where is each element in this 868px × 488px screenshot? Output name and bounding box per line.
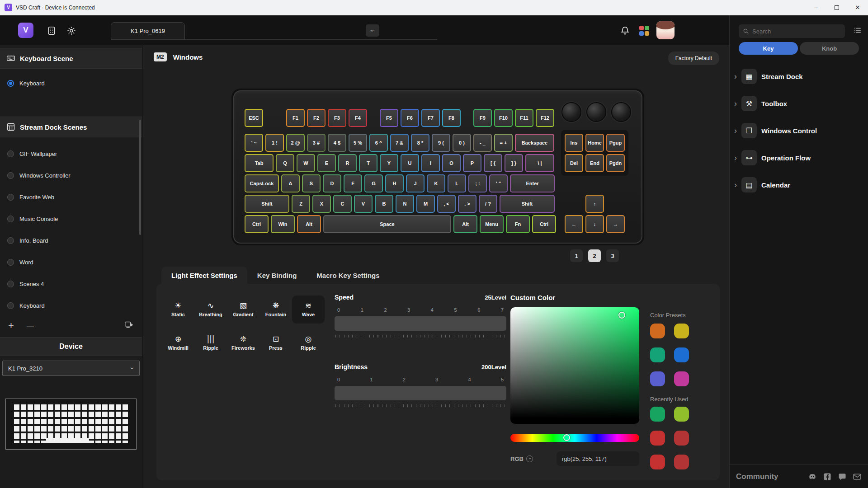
keyboard-key[interactable]: / ? xyxy=(479,195,497,213)
effect-option[interactable]: ∿ Breathing xyxy=(194,296,227,324)
scene-export-button[interactable] xyxy=(124,320,134,332)
keyboard-key[interactable]: T xyxy=(359,154,377,172)
keyboard-key[interactable]: G xyxy=(364,174,383,192)
effect-option[interactable]: ◎ Ripple xyxy=(292,329,325,357)
keyboard-key[interactable]: F3 xyxy=(328,109,346,127)
keyboard-key[interactable]: Z xyxy=(292,195,310,213)
keyboard-key[interactable]: = + xyxy=(494,134,513,152)
keyboard-key[interactable]: F2 xyxy=(307,109,326,127)
color-swatch[interactable] xyxy=(650,371,665,386)
device-tab[interactable]: K1 Pro_0619 xyxy=(111,22,185,39)
keyboard-key[interactable]: 3 # xyxy=(307,134,326,152)
keyboard-key[interactable]: Ctrl xyxy=(532,215,556,233)
profile-badge[interactable]: M2 xyxy=(154,52,167,61)
list-view-button[interactable] xyxy=(854,26,862,36)
rgb-mode-selector[interactable]: RGB xyxy=(510,455,524,462)
keyboard-key[interactable]: B xyxy=(375,195,393,213)
keyboard-key[interactable]: F6 xyxy=(401,109,419,127)
keyboard-key[interactable]: Q xyxy=(276,154,294,172)
keyboard-key[interactable]: Ctrl xyxy=(245,215,269,233)
keyboard-key[interactable]: 2 @ xyxy=(286,134,305,152)
maximize-button[interactable] xyxy=(826,0,847,15)
keyboard-key[interactable]: Enter xyxy=(510,174,555,192)
close-button[interactable]: ✕ xyxy=(847,0,868,15)
keyboard-key[interactable]: P xyxy=(463,154,481,172)
facebook-icon[interactable] xyxy=(823,472,832,481)
effect-option[interactable]: ⊡ Press xyxy=(259,329,292,357)
keyboard-key[interactable]: ] } xyxy=(505,154,523,172)
keyboard-key[interactable]: D xyxy=(323,174,341,192)
color-swatch[interactable] xyxy=(650,431,665,446)
page-button[interactable]: 1 xyxy=(570,249,583,262)
keyboard-key[interactable]: F7 xyxy=(421,109,440,127)
knob-dial[interactable] xyxy=(561,102,581,122)
page-button[interactable]: 3 xyxy=(606,249,619,262)
color-swatch[interactable] xyxy=(674,371,689,386)
keyboard-key[interactable]: [ { xyxy=(484,154,502,172)
collapse-dropdown-button[interactable]: › xyxy=(366,24,379,37)
keyboard-key[interactable]: S xyxy=(302,174,321,192)
knob-dial[interactable] xyxy=(586,102,606,122)
mail-icon[interactable] xyxy=(853,472,862,481)
keyboard-key[interactable]: Shift xyxy=(500,195,555,213)
settings-tab[interactable]: Key Binding xyxy=(247,267,307,284)
color-swatch[interactable] xyxy=(674,347,689,362)
right-panel-item[interactable]: › ⊶ Operation Flow xyxy=(730,144,868,171)
toggle-option[interactable]: Key xyxy=(739,42,798,55)
keyboard-key[interactable]: Backspace xyxy=(515,134,554,152)
keyboard-key[interactable]: End xyxy=(585,154,604,172)
keyboard-key[interactable]: Del xyxy=(565,154,583,172)
keyboard-key[interactable]: → xyxy=(606,215,625,233)
color-swatch[interactable] xyxy=(650,347,665,362)
keyboard-key[interactable]: O xyxy=(442,154,461,172)
color-swatch[interactable] xyxy=(650,324,665,338)
scene-list-item[interactable]: Favorite Web xyxy=(0,186,142,208)
avatar[interactable] xyxy=(656,21,675,39)
keyboard-key[interactable]: F1 xyxy=(286,109,305,127)
keyboard-key[interactable]: 9 ( xyxy=(432,134,450,152)
settings-button[interactable] xyxy=(66,25,77,36)
keyboard-key[interactable]: - _ xyxy=(473,134,492,152)
rgb-value-field[interactable]: rgb(25, 255, 117) xyxy=(557,451,639,466)
page-button[interactable]: 2 xyxy=(588,249,601,262)
keyboard-key[interactable]: V xyxy=(354,195,373,213)
keyboard-key[interactable]: L xyxy=(448,174,466,192)
keyboard-key[interactable]: Pgdn xyxy=(606,154,625,172)
keyboard-key[interactable]: 0 ) xyxy=(453,134,471,152)
scene-list-item[interactable]: Windows Controller xyxy=(0,164,142,186)
keyboard-key[interactable]: C xyxy=(333,195,352,213)
device-select[interactable]: K1 Pro_3210 › xyxy=(2,361,140,376)
effect-option[interactable]: ❋ Fountain xyxy=(259,296,292,324)
keyboard-key[interactable]: E xyxy=(317,154,336,172)
scene-list-item[interactable]: Keyboard xyxy=(0,295,142,316)
scene-list-item[interactable]: Music Console xyxy=(0,208,142,230)
keyboard-key[interactable]: Space xyxy=(323,215,451,233)
discord-icon[interactable] xyxy=(808,472,817,481)
keyboard-key[interactable]: X xyxy=(312,195,331,213)
keyboard-key[interactable]: 1 ! xyxy=(265,134,284,152)
remove-scene-button[interactable]: — xyxy=(27,322,34,330)
keyboard-key[interactable]: 5 % xyxy=(349,134,367,152)
keyboard-key[interactable]: 8 * xyxy=(411,134,429,152)
device-manager-button[interactable] xyxy=(46,25,57,36)
keyboard-key[interactable]: K xyxy=(427,174,445,192)
scene-list-item[interactable]: Info. Board xyxy=(0,230,142,251)
rgb-dropdown-icon[interactable]: › xyxy=(526,455,533,462)
right-panel-item[interactable]: › ▤ Calendar xyxy=(730,171,868,198)
color-picker-cursor[interactable] xyxy=(618,312,625,319)
search-input[interactable] xyxy=(752,28,841,35)
keyboard-key[interactable]: F5 xyxy=(380,109,398,127)
keyboard-key[interactable]: M xyxy=(416,195,435,213)
color-picker-area[interactable] xyxy=(510,307,639,424)
hue-slider-thumb[interactable] xyxy=(563,434,570,441)
keyboard-key[interactable]: Ins xyxy=(565,134,583,152)
keyboard-key[interactable]: . > xyxy=(458,195,476,213)
keyboard-key[interactable]: N xyxy=(396,195,414,213)
scene-list-item[interactable]: Scenes 4 xyxy=(0,273,142,295)
keyboard-key[interactable]: W xyxy=(297,154,315,172)
factory-default-button[interactable]: Factory Default xyxy=(668,52,719,65)
keyboard-key[interactable]: Tab xyxy=(245,154,274,172)
right-panel-item[interactable]: › ⚒ Toolbox xyxy=(730,90,868,117)
minimize-button[interactable]: – xyxy=(806,0,826,15)
keyboard-key[interactable]: Menu xyxy=(480,215,504,233)
